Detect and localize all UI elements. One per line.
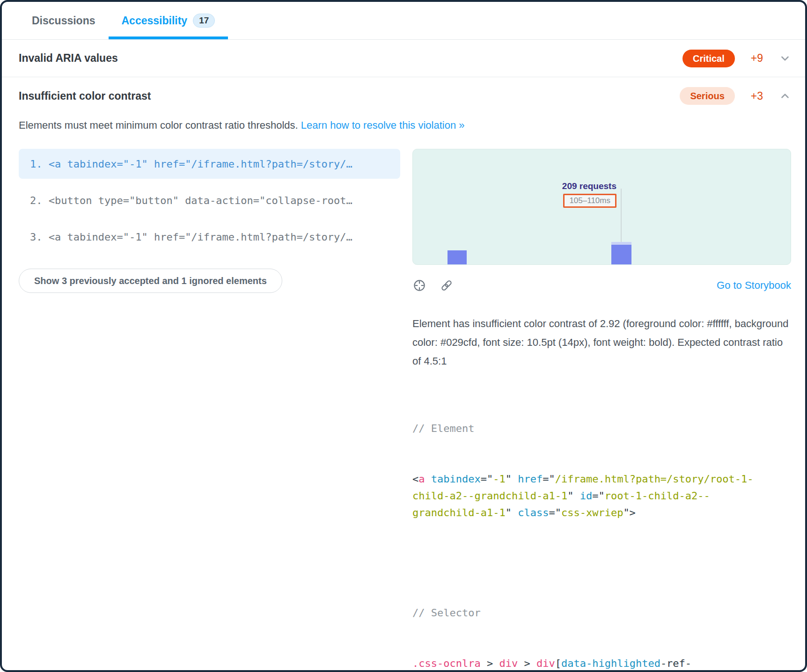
rule-section-color-contrast: Insufficient color contrast Serious +3 E… [2, 77, 805, 672]
tab-accessibility-label: Accessibility [122, 15, 188, 27]
tab-discussions[interactable]: Discussions [19, 2, 109, 39]
learn-how-link[interactable]: Learn how to resolve this violation » [301, 119, 465, 131]
severity-badge-critical: Critical [682, 50, 735, 67]
severity-cluster: Critical +9 [682, 50, 791, 67]
rule-row-invalid-aria[interactable]: Invalid ARIA values Critical +9 [2, 40, 805, 77]
go-to-storybook-link[interactable]: Go to Storybook [717, 279, 791, 292]
rule-row-color-contrast[interactable]: Insufficient color contrast Serious +3 [19, 77, 791, 115]
tab-discussions-label: Discussions [32, 15, 95, 27]
rule-detail-columns: 1. <a tabindex="-1" href="/iframe.html?p… [19, 149, 791, 672]
contrast-detail-text: Element has insufficient color contrast … [412, 314, 791, 371]
violation-element-item[interactable]: 2. <button type="button" data-action="co… [19, 185, 400, 215]
preview-toolbar: Go to Storybook [412, 277, 791, 294]
severity-badge-serious: Serious [680, 87, 734, 105]
violation-detail-column: 209 requests 105–110ms [412, 149, 791, 672]
violation-elements-column: 1. <a tabindex="-1" href="/iframe.html?p… [19, 149, 400, 672]
code-comment: // Selector [412, 605, 791, 621]
element-code-tokens: <a tabindex="-1" href="/iframe.html?path… [412, 471, 791, 521]
violation-element-item[interactable]: 3. <a tabindex="-1" href="/iframe.html?p… [19, 222, 400, 252]
violation-element-item[interactable]: 1. <a tabindex="-1" href="/iframe.html?p… [19, 149, 400, 179]
chevron-down-icon[interactable] [779, 52, 791, 65]
selector-code-block: // Selector .css-ocnlra > div > div[data… [412, 571, 791, 672]
chart-annotation: 209 requests 105–110ms [562, 181, 616, 208]
accessibility-panel: Discussions Accessibility 17 Invalid ARI… [0, 0, 807, 672]
chart-bar [448, 250, 467, 264]
story-preview: 209 requests 105–110ms [412, 149, 791, 265]
severity-extra-count: +9 [751, 52, 763, 65]
severity-extra-count: +3 [751, 90, 763, 102]
show-accepted-elements-button[interactable]: Show 3 previously accepted and 1 ignored… [19, 269, 282, 293]
tab-bar: Discussions Accessibility 17 [2, 2, 805, 40]
accessibility-count-badge: 17 [193, 14, 215, 28]
chart-connector-line [621, 189, 622, 242]
violation-element-list: 1. <a tabindex="-1" href="/iframe.html?p… [19, 149, 400, 252]
chart-bar [611, 245, 631, 264]
rule-title: Insufficient color contrast [19, 90, 680, 102]
rule-description: Elements must meet minimum color contras… [19, 117, 791, 133]
element-code-block: // Element <a tabindex="-1" href="/ifram… [412, 387, 791, 555]
rule-title: Invalid ARIA values [19, 52, 682, 65]
tab-accessibility[interactable]: Accessibility 17 [109, 2, 228, 39]
rule-description-text: Elements must meet minimum color contras… [19, 119, 298, 131]
chart-bar-label: 209 requests [562, 181, 616, 191]
selector-code-tokens: .css-ocnlra > div > div[data-highlighted… [412, 655, 791, 672]
link-icon[interactable] [440, 278, 454, 292]
highlighted-element-tooltip: 105–110ms [563, 194, 616, 208]
chevron-up-icon[interactable] [779, 90, 791, 102]
code-comment: // Element [412, 420, 791, 437]
severity-cluster: Serious +3 [680, 87, 791, 105]
crosshair-icon[interactable] [412, 278, 426, 292]
